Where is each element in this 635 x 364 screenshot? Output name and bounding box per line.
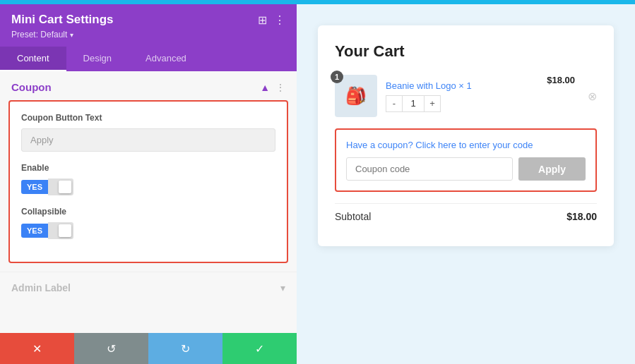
- preset-arrow-icon: ▾: [70, 31, 73, 39]
- delete-icon: ✕: [32, 342, 42, 356]
- qty-plus-button[interactable]: +: [424, 95, 441, 112]
- expand-icon[interactable]: ⊞: [258, 13, 267, 27]
- cart-item-name[interactable]: Beanie with Logo × 1: [386, 80, 538, 91]
- coupon-section-title: Coupon: [11, 81, 52, 93]
- section-chevron-up-icon[interactable]: ▲: [260, 82, 270, 93]
- panel-header-icons: ⊞ ⋮: [258, 13, 285, 27]
- tab-advanced[interactable]: Advanced: [129, 47, 203, 71]
- panel-title: Mini Cart Settings: [11, 13, 114, 27]
- subtotal-row: Subtotal $18.00: [335, 203, 597, 229]
- qty-value: 1: [403, 95, 424, 112]
- settings-panel: Mini Cart Settings ⊞ ⋮ Preset: Default ▾…: [0, 4, 297, 364]
- coupon-toggle-link[interactable]: Have a coupon? Click here to enter your …: [346, 140, 586, 150]
- cart-preview-panel: Your Cart 1 🎒 Beanie with Logo × 1 - 1 +…: [297, 4, 635, 364]
- coupon-section-header: Coupon ▲ ⋮: [0, 71, 297, 100]
- subtotal-label: Subtotal: [335, 211, 371, 222]
- undo-icon: ↺: [107, 342, 116, 356]
- collapsible-toggle-row: YES: [21, 222, 275, 239]
- top-bar: [0, 0, 635, 4]
- collapsible-toggle-switch[interactable]: [48, 222, 73, 239]
- cart-title: Your Cart: [335, 42, 597, 61]
- section-more-icon[interactable]: ⋮: [275, 82, 285, 93]
- coupon-code-input[interactable]: [346, 157, 513, 181]
- redo-icon: ↻: [181, 342, 190, 356]
- redo-button[interactable]: ↻: [148, 333, 222, 364]
- bottom-action-bar: ✕ ↺ ↻ ✓: [0, 333, 297, 364]
- enable-toggle-switch[interactable]: [48, 178, 73, 195]
- panel-header: Mini Cart Settings ⊞ ⋮ Preset: Default ▾: [0, 4, 297, 47]
- section-header-icons: ▲ ⋮: [260, 82, 285, 93]
- admin-label-title: Admin Label: [11, 282, 71, 293]
- qty-minus-button[interactable]: -: [386, 95, 403, 112]
- cart-item-badge: 1: [331, 71, 343, 83]
- preset-label[interactable]: Preset: Default ▾: [11, 30, 285, 40]
- cart-item-info: Beanie with Logo × 1 - 1 +: [386, 80, 538, 112]
- save-button[interactable]: ✓: [222, 333, 297, 364]
- tab-design[interactable]: Design: [66, 47, 129, 71]
- cart-widget: Your Cart 1 🎒 Beanie with Logo × 1 - 1 +…: [318, 25, 614, 246]
- bag-icon: 🎒: [345, 86, 367, 106]
- delete-button[interactable]: ✕: [0, 333, 74, 364]
- qty-controls: - 1 +: [386, 95, 538, 112]
- enable-label: Enable: [21, 163, 275, 173]
- more-icon[interactable]: ⋮: [274, 13, 285, 27]
- admin-label-section[interactable]: Admin Label ▾: [0, 272, 297, 303]
- undo-button[interactable]: ↺: [74, 333, 148, 364]
- subtotal-value: $18.00: [566, 211, 597, 222]
- apply-coupon-button[interactable]: Apply: [518, 157, 586, 181]
- cart-item: 1 🎒 Beanie with Logo × 1 - 1 + $18.00 ⊗: [335, 75, 597, 117]
- tab-bar: Content Design Advanced: [0, 47, 297, 71]
- button-text-input[interactable]: Apply: [21, 128, 275, 152]
- coupon-input-row: Apply: [346, 157, 586, 181]
- collapsible-yes-label: YES: [21, 224, 48, 238]
- button-text-label: Coupon Button Text: [21, 113, 275, 123]
- cart-item-price: $18.00: [547, 75, 575, 85]
- collapsible-label: Collapsible: [21, 207, 275, 217]
- cart-item-image: 1 🎒: [335, 75, 377, 117]
- coupon-settings-box: Coupon Button Text Apply Enable YES Coll…: [8, 100, 288, 263]
- admin-chevron-down-icon: ▾: [280, 282, 285, 293]
- remove-item-button[interactable]: ⊗: [588, 90, 597, 103]
- tab-content[interactable]: Content: [0, 47, 66, 71]
- save-icon: ✓: [255, 342, 264, 356]
- enable-yes-label: YES: [21, 180, 48, 194]
- enable-toggle-row: YES: [21, 178, 275, 195]
- coupon-section: Have a coupon? Click here to enter your …: [335, 128, 597, 192]
- panel-body: Coupon ▲ ⋮ Coupon Button Text Apply Enab…: [0, 71, 297, 333]
